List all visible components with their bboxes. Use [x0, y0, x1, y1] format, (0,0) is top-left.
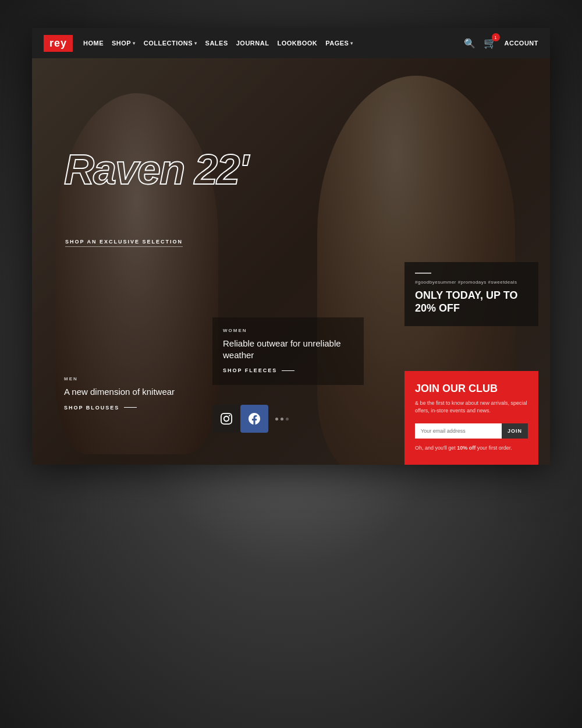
- shop-fleeces-link[interactable]: SHOP FLEECES: [223, 367, 353, 373]
- social-bar: [212, 405, 289, 433]
- nav-home[interactable]: HOME: [83, 40, 104, 47]
- women-section-card: WOMEN Reliable outwear for unreliable we…: [212, 317, 364, 385]
- email-field[interactable]: [415, 423, 502, 439]
- social-dots-decoration: [275, 418, 289, 420]
- join-note: Oh, and you'll get 10% off your first or…: [415, 444, 528, 453]
- logo[interactable]: rey: [44, 35, 73, 52]
- link-line-decoration: [124, 407, 137, 408]
- shop-blouses-link[interactable]: SHOP BLOUSES: [64, 405, 180, 411]
- logo-text: rey: [49, 37, 67, 49]
- nav-pages[interactable]: PAGES ▾: [325, 40, 353, 47]
- join-club-description: & be the first to know about new arrival…: [415, 400, 528, 415]
- join-button[interactable]: JOIN: [502, 423, 528, 439]
- chevron-down-icon: ▾: [133, 41, 136, 46]
- nav-shop[interactable]: SHOP ▾: [112, 40, 136, 47]
- instagram-icon[interactable]: [212, 405, 240, 433]
- search-icon[interactable]: 🔍: [464, 38, 475, 49]
- women-title: Reliable outwear for unreliable weather: [223, 338, 353, 361]
- promo-hashtags: #goodbyesummer #promodays #sweetdeals: [415, 280, 528, 285]
- nav-journal[interactable]: JOURNAL: [236, 40, 269, 47]
- join-club-title: JOIN OUR CLUB: [415, 383, 528, 395]
- promo-title: ONLY TODAY, UP TO 20% OFF: [415, 289, 528, 314]
- hero-subtext[interactable]: SHOP AN EXCLUSIVE SELECTION: [65, 239, 183, 247]
- hero-headline: Raven 22': [64, 149, 247, 190]
- nav-collections[interactable]: COLLECTIONS ▾: [144, 40, 197, 47]
- nav-sales[interactable]: SALES: [205, 40, 228, 47]
- nav-links: HOME SHOP ▾ COLLECTIONS ▾ SALES JOURNAL …: [83, 40, 453, 47]
- chevron-down-icon: ▾: [350, 41, 353, 46]
- cart-badge: 1: [492, 33, 500, 41]
- men-section-card: MEN A new dimension of knitwear SHOP BLO…: [64, 376, 180, 411]
- nav-right: 🔍 🛒 1 ACCOUNT: [464, 37, 539, 50]
- cart-icon[interactable]: 🛒 1: [484, 37, 496, 50]
- men-label: MEN: [64, 376, 180, 381]
- promo-card: #goodbyesummer #promodays #sweetdeals ON…: [404, 262, 538, 326]
- hero-content: Raven 22' SHOP AN EXCLUSIVE SELECTION #g…: [32, 58, 550, 465]
- account-button[interactable]: ACCOUNT: [505, 40, 539, 47]
- nav-lookbook[interactable]: LOOKBOOK: [277, 40, 317, 47]
- facebook-icon[interactable]: [240, 405, 268, 433]
- women-label: WOMEN: [223, 328, 353, 333]
- promo-line-decoration: [415, 273, 431, 274]
- email-input-row: JOIN: [415, 423, 528, 439]
- browser-window: rey HOME SHOP ▾ COLLECTIONS ▾ SALES JOUR…: [32, 28, 550, 465]
- join-club-card: JOIN OUR CLUB & be the first to know abo…: [404, 371, 538, 465]
- hero-section: Raven 22' SHOP AN EXCLUSIVE SELECTION #g…: [32, 58, 550, 465]
- navbar: rey HOME SHOP ▾ COLLECTIONS ▾ SALES JOUR…: [32, 28, 550, 58]
- chevron-down-icon: ▾: [194, 41, 197, 46]
- link-line-decoration: [282, 370, 294, 371]
- men-title: A new dimension of knitwear: [64, 386, 180, 398]
